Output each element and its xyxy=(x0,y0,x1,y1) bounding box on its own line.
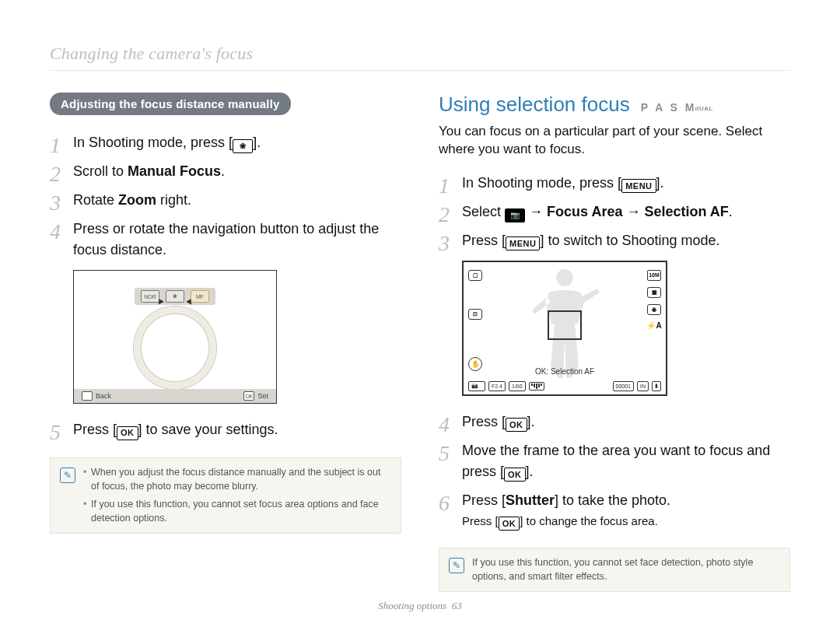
footer-label: Shooting options xyxy=(378,600,446,611)
figure-top-bar: NOR ❀ MF xyxy=(135,288,215,305)
ok-icon: OK xyxy=(506,418,527,432)
step-3: Rotate Zoom right. xyxy=(50,190,401,211)
modes-dual: dUAL xyxy=(695,105,713,112)
left-column: Adjusting the focus distance manually In… xyxy=(50,93,401,592)
step-1-post: ]. xyxy=(253,135,261,150)
r3-pre: Press [ xyxy=(462,233,506,248)
set-label: OK Set xyxy=(243,391,268,401)
note-icon: ✎ xyxy=(60,468,75,483)
right-note-text: If you use this function, you cannot set… xyxy=(472,556,780,583)
left-steps-2: Press [OK] to save your settings. xyxy=(50,419,401,440)
page-footer: Shooting options 63 xyxy=(50,600,790,612)
right-column: Using selection focus P A S MdUAL You ca… xyxy=(439,93,790,592)
r6-sub-post: ] to change the focus area. xyxy=(520,514,658,527)
step-5: Press [OK] to save your settings. xyxy=(50,419,401,440)
step-1-pre: In Shooting mode, press [ xyxy=(73,135,233,150)
flash-auto-icon: ⚡A xyxy=(648,321,660,331)
right-note-box: ✎ If you use this function, you cannot s… xyxy=(439,548,790,592)
r4-pre: Press [ xyxy=(462,414,506,429)
fig2-status-bar: 📷 F2.4 1/60 00001 IN ▮ xyxy=(468,381,661,391)
anti-shake-icon: ✋ xyxy=(468,357,482,371)
r-step-6: Press [Shutter] to take the photo. Press… xyxy=(439,490,790,531)
step-4: Press or rotate the navigation button to… xyxy=(50,219,401,261)
step-3-bold: Zoom xyxy=(118,192,156,208)
left-note-box: ✎ When you adjust the focus distance man… xyxy=(50,457,401,534)
page: Changing the camera's focus Adjusting th… xyxy=(0,0,840,628)
sb-count: 00001 xyxy=(613,381,634,391)
af-area-icon: ⊡ xyxy=(468,309,482,320)
sb-exposure-icon xyxy=(529,382,544,391)
r-step-5: Move the frame to the area you want to f… xyxy=(439,440,790,482)
sb-camera-icon: 📷 xyxy=(468,381,485,391)
r2-arr2: → xyxy=(622,204,644,219)
intro-text: You can focus on a particular part of yo… xyxy=(439,123,790,159)
sb-fnumber: F2.4 xyxy=(488,381,506,391)
fig2-right-icons: 10M ▦ ◉ ⚡A xyxy=(647,270,661,331)
camera-icon: 📷 xyxy=(505,208,525,222)
r-step-2: Select 📷 → Focus Area → Selection AF. xyxy=(439,201,790,222)
title-text: Using selection focus xyxy=(439,93,630,117)
step-2-bold: Manual Focus xyxy=(128,163,221,179)
metering-icon: ◉ xyxy=(647,304,661,315)
right-steps: In Shooting mode, press [MENU]. Select 📷… xyxy=(439,173,790,251)
left-steps: In Shooting mode, press [❀]. Scroll to M… xyxy=(50,132,401,261)
r6-sub: Press [OK] to change the focus area. xyxy=(462,513,790,531)
manual-focus-figure: NOR ❀ MF Back OK Set xyxy=(73,270,277,404)
r5-post: ]. xyxy=(526,464,534,479)
mode-badges: P A S MdUAL xyxy=(641,101,713,114)
note-icon: ✎ xyxy=(449,558,464,573)
ok-icon: OK xyxy=(117,426,138,440)
step-5-pre: Press [ xyxy=(73,422,117,437)
r1-post: ]. xyxy=(656,175,664,191)
step-3-post: right. xyxy=(156,192,191,208)
r2-pre: Select xyxy=(462,204,505,219)
left-note-list: When you adjust the focus distance manua… xyxy=(83,466,391,525)
flower-icon: ❀ xyxy=(233,139,253,153)
sb-storage: IN xyxy=(637,381,649,391)
back-key-icon xyxy=(82,391,93,401)
r2-post: . xyxy=(729,204,733,219)
selection-af-figure: ▢ ⊡ ✋ 10M ▦ ◉ ⚡A OK: Selection AF xyxy=(462,261,667,396)
right-steps-2: Press [OK]. Move the frame to the area y… xyxy=(439,412,790,531)
step-1: In Shooting mode, press [❀]. xyxy=(50,132,401,153)
sb-battery-icon: ▮ xyxy=(652,381,661,391)
step-2-post: . xyxy=(221,163,225,179)
ok-key-icon: OK xyxy=(243,391,254,401)
footer-page: 63 xyxy=(452,600,462,611)
r6-post: ] to take the photo. xyxy=(555,492,670,508)
r6-sub-pre: Press [ xyxy=(462,514,499,527)
page-header: Changing the camera's focus xyxy=(50,44,790,64)
mode-macro-icon: ❀ xyxy=(166,290,184,303)
figure-bottom-bar: Back OK Set xyxy=(74,389,276,403)
ok-selection-label: OK: Selection AF xyxy=(535,367,594,376)
r3-post: ] to switch to Shooting mode. xyxy=(540,233,719,248)
ok-icon: OK xyxy=(499,517,520,531)
menu-icon: MENU xyxy=(621,179,656,193)
r4-post: ]. xyxy=(527,414,535,429)
res-10m-icon: 10M xyxy=(647,270,661,281)
ok-icon: OK xyxy=(504,468,526,482)
sb-shutter: 1/60 xyxy=(509,381,526,391)
r-step-3: Press [MENU] to switch to Shooting mode. xyxy=(439,230,790,251)
single-shot-icon: ▢ xyxy=(468,270,482,281)
back-text: Back xyxy=(96,392,111,400)
r2-bold2: Selection AF xyxy=(644,204,728,219)
columns: Adjusting the focus distance manually In… xyxy=(50,93,790,592)
section-pill: Adjusting the focus distance manually xyxy=(50,93,291,115)
menu-icon: MENU xyxy=(506,236,540,250)
r2-arr1: → xyxy=(525,204,547,219)
modes-text: P A S M xyxy=(641,101,697,114)
header-rule xyxy=(50,70,790,71)
back-label: Back xyxy=(82,391,111,401)
r1-pre: In Shooting mode, press [ xyxy=(462,175,621,191)
step-5-post: ] to save your settings. xyxy=(138,422,278,437)
r2-bold1: Focus Area xyxy=(547,204,622,219)
r-step-4: Press [OK]. xyxy=(439,412,790,433)
section-title: Using selection focus P A S MdUAL xyxy=(439,93,790,117)
step-2-pre: Scroll to xyxy=(73,163,128,179)
left-note-1: When you adjust the focus distance manua… xyxy=(83,466,391,493)
step-3-pre: Rotate xyxy=(73,192,118,208)
fig2-left-icons: ▢ ⊡ xyxy=(468,270,482,320)
focus-dial-icon xyxy=(134,306,216,389)
set-text: Set xyxy=(257,392,268,400)
